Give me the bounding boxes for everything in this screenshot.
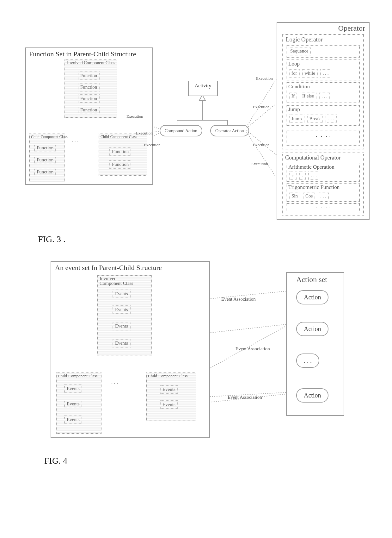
assoc-label: Event Association <box>228 395 262 400</box>
activity-label: Activity <box>195 83 211 88</box>
seq-item: Sequence <box>288 47 311 55</box>
events-item: Events <box>64 416 82 424</box>
function-set-title: Function Set in Parent-Child Structure <box>29 50 136 58</box>
child-class-box: Child-Component Class Function Function … <box>29 134 65 182</box>
svg-line-18 <box>247 132 275 176</box>
logic-operator-box: Logic Operator Sequence Loop for while .… <box>282 34 364 149</box>
loop-title: Loop <box>288 61 300 67</box>
for-item: for <box>289 69 300 78</box>
compound-label: Compound Action <box>165 128 197 133</box>
child-class-box: Child-Component Class Events Events <box>146 372 196 421</box>
jump-item: Jump <box>289 115 304 123</box>
function-item: Function <box>78 72 100 80</box>
comp-operator-box: Computational Operator Arithmetic Operat… <box>282 153 364 216</box>
child-label: Child-Component Class <box>148 374 187 378</box>
function-item: Function <box>34 156 56 164</box>
action-item: Action <box>296 322 328 336</box>
loop-box: Loop for while . . . <box>286 59 360 80</box>
dots-item: . . . <box>318 192 329 200</box>
assoc-label: Event Association <box>236 347 270 351</box>
child-label: Child-Component Class <box>58 374 97 378</box>
exec-label: Execution <box>253 104 270 109</box>
events-item: Events <box>113 339 131 347</box>
function-item: Function <box>78 106 100 114</box>
dots-row: . . . . . . <box>286 130 360 146</box>
action-dots: . . . <box>296 353 319 368</box>
while-item: while <box>302 69 318 78</box>
if-item: If <box>289 92 297 100</box>
function-item: Function <box>34 168 56 176</box>
involved-label: Involved Component Class <box>67 61 115 65</box>
logic-title: Logic Operator <box>286 36 323 43</box>
arith-title: Arithmetic Operation <box>288 164 334 170</box>
jump-box: Jump Jump Break . . . <box>286 105 360 126</box>
opaction-label: Operator Action <box>215 128 244 133</box>
exec-label: Execution <box>253 142 270 147</box>
exec-label: Execution <box>144 142 161 147</box>
events-item: Events <box>113 305 131 314</box>
exec-label: Execution <box>136 131 153 136</box>
dots-label: . . . . . . <box>316 204 330 209</box>
svg-line-15 <box>247 76 278 127</box>
compop-title: Computational Operator <box>285 154 340 161</box>
dots-item: . . . <box>319 92 330 100</box>
exec-label: Execution <box>126 114 143 119</box>
activity-box: Activity <box>188 81 218 96</box>
ifelse-item: If else <box>300 92 316 100</box>
events-item: Events <box>64 385 82 393</box>
compound-action: Compound Action <box>160 125 202 136</box>
action-label: Action <box>304 294 321 301</box>
function-item: Function <box>78 94 100 103</box>
jump-title: Jump <box>288 106 300 113</box>
exec-label: Execution <box>251 161 268 166</box>
action-set-title: Action set <box>296 275 327 284</box>
trig-box: Trigonometric Function Sin Cos . . . <box>286 183 360 202</box>
assoc-label: Event Association <box>221 297 256 302</box>
involved-class-box: Involved Component Class Function Functi… <box>64 59 117 118</box>
dots-item: . . . <box>320 69 331 78</box>
involved-label: Involved Component Class <box>100 276 134 286</box>
break-item: Break <box>307 115 323 123</box>
events-item: Events <box>160 385 178 394</box>
dots: . . . <box>72 137 78 143</box>
events-item: Events <box>113 290 131 298</box>
minus-item: - <box>299 172 306 180</box>
operator-action: Operator Action <box>210 125 249 136</box>
dots-label: . . . <box>304 357 312 364</box>
event-set-title: An event set In Parent-Child Structure <box>55 264 162 272</box>
child-label: Child-Component Class <box>31 135 68 139</box>
function-item: Function <box>78 83 100 91</box>
child-label: Child-Component Class <box>101 135 137 139</box>
cond-title: Condition <box>288 84 310 90</box>
events-item: Events <box>64 400 82 408</box>
fig4-caption: FIG. 4 <box>44 456 67 466</box>
exec-label: Execution <box>256 76 273 81</box>
events-item: Events <box>113 322 131 330</box>
dots: . . . <box>111 379 118 385</box>
dots-label: . . . . . . <box>316 132 330 138</box>
child-class-box: Child-Component Class Events Events Even… <box>56 372 101 434</box>
function-item: Function <box>34 144 56 152</box>
action-item: Action <box>296 290 328 304</box>
event-set-container: An event set In Parent-Child Structure I… <box>51 261 210 438</box>
seq-box: Sequence <box>286 45 360 58</box>
dots-item: . . . <box>326 115 337 123</box>
dots-row: . . . . . . <box>286 203 360 213</box>
involved-class-box: Involved Component Class Events Events E… <box>97 275 152 355</box>
operator-container: Operator Logic Operator Sequence Loop fo… <box>277 22 370 220</box>
action-item: Action <box>296 388 328 403</box>
child-class-box: Child-Component Class Function Function <box>99 134 147 176</box>
function-item: Function <box>109 160 131 169</box>
action-label: Action <box>304 392 321 399</box>
condition-box: Condition If If else . . . <box>286 82 360 103</box>
cos-item: Cos <box>303 192 315 200</box>
action-set-container: Action set Action Action . . . Action <box>286 272 344 416</box>
sin-item: Sin <box>289 192 300 200</box>
plus-item: + <box>289 172 297 180</box>
function-item: Function <box>109 147 131 156</box>
action-label: Action <box>304 325 321 332</box>
events-item: Events <box>160 400 178 409</box>
operator-title: Operator <box>338 24 365 33</box>
arith-box: Arithmetic Operation + - . . . <box>286 163 360 182</box>
fig3-caption: FIG. 3 . <box>38 234 65 244</box>
